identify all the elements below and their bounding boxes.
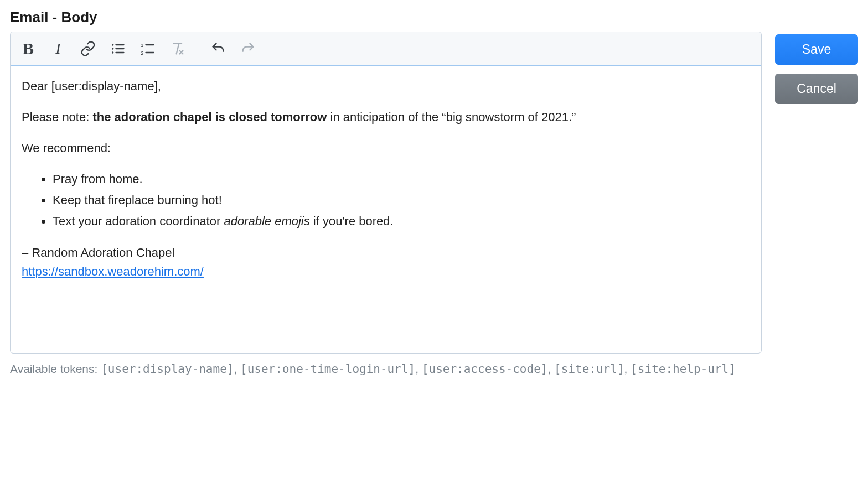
bold-button[interactable]: B	[14, 34, 43, 63]
list-item-prefix: Text your adoration coordinator	[53, 214, 224, 228]
token: [site:url]	[554, 362, 624, 376]
clear-format-icon	[170, 41, 185, 56]
greeting-line: Dear [user:display-name],	[22, 77, 750, 96]
svg-point-4	[112, 51, 114, 54]
token: [site:help-url]	[631, 362, 736, 376]
recommend-intro: We recommend:	[22, 139, 750, 158]
svg-text:2: 2	[141, 50, 143, 56]
svg-text:1: 1	[141, 43, 143, 48]
svg-point-2	[112, 48, 114, 50]
link-icon	[80, 41, 96, 56]
list-item: Keep that fireplace burning hot!	[53, 191, 750, 210]
token: [user:display-name]	[101, 362, 234, 376]
token: [user:one-time-login-url]	[240, 362, 415, 376]
page-title: Email - Body	[10, 9, 762, 26]
undo-button[interactable]	[204, 34, 232, 63]
bullet-list-icon	[110, 41, 126, 56]
italic-button[interactable]: I	[44, 34, 73, 63]
toolbar-separator	[198, 38, 198, 60]
svg-point-0	[112, 44, 114, 46]
notice-prefix: Please note:	[22, 110, 92, 124]
tokens-help: Available tokens: [user:display-name], […	[10, 360, 762, 378]
signoff-text: – Random Adoration Chapel	[22, 246, 174, 259]
bullet-list-button[interactable]	[104, 34, 132, 63]
notice-bold: the adoration chapel is closed tomorrow	[92, 110, 327, 124]
save-button[interactable]: Save	[775, 34, 858, 65]
recommend-list: Pray from home. Keep that fireplace burn…	[22, 170, 750, 231]
list-item-suffix: if you're bored.	[310, 214, 394, 228]
redo-icon	[240, 41, 256, 56]
redo-button[interactable]	[234, 34, 262, 63]
tokens-label: Available tokens:	[10, 362, 101, 375]
editor-content[interactable]: Dear [user:display-name], Please note: t…	[11, 65, 761, 353]
signoff: – Random Adoration Chapel https://sandbo…	[22, 243, 750, 281]
numbered-list-button[interactable]: 12	[133, 34, 162, 63]
notice-suffix: in anticipation of the “big snowstorm of…	[327, 110, 576, 124]
cancel-button[interactable]: Cancel	[775, 74, 858, 104]
list-item: Pray from home.	[53, 170, 750, 189]
list-item-italic: adorable emojis	[224, 214, 309, 228]
link-button[interactable]	[74, 34, 102, 63]
rich-text-editor: B I 12	[10, 32, 762, 354]
list-item: Text your adoration coordinator adorable…	[53, 212, 750, 231]
numbered-list-icon: 12	[140, 41, 156, 56]
notice-paragraph: Please note: the adoration chapel is clo…	[22, 108, 750, 127]
site-link[interactable]: https://sandbox.weadorehim.com/	[22, 264, 204, 278]
token: [user:access-code]	[422, 362, 548, 376]
undo-icon	[210, 41, 226, 56]
clear-format-button[interactable]	[163, 34, 192, 63]
editor-toolbar: B I 12	[11, 32, 761, 66]
